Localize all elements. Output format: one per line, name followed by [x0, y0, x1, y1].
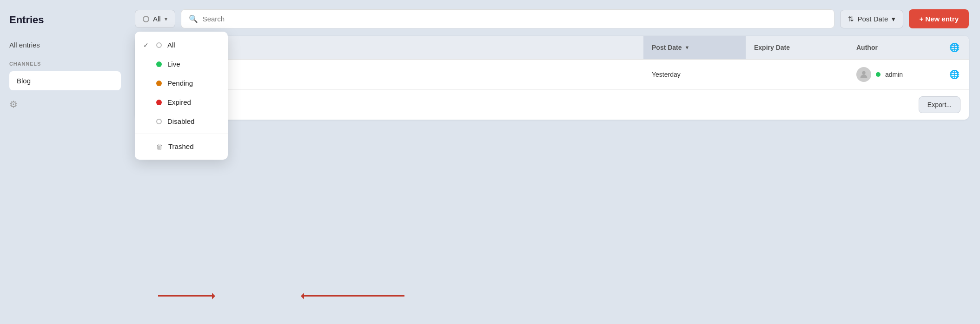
entry-author-cell: admin	[848, 60, 941, 89]
col-header-expiry-date[interactable]: Expiry Date	[746, 36, 848, 59]
sidebar-item-all-entries[interactable]: All entries	[9, 39, 121, 51]
dropdown-item-disabled-label: Disabled	[167, 117, 194, 125]
main-content: All ▾ 🔍 ⇅ Post Date ▾ + New entry ✓ All …	[130, 0, 980, 324]
export-button[interactable]: Export...	[919, 96, 960, 113]
all-circle-icon	[156, 42, 162, 48]
pending-dot-icon	[156, 81, 162, 86]
sidebar-item-blog[interactable]: Blog	[9, 71, 121, 90]
right-arrow	[302, 295, 404, 297]
filter-dropdown: ✓ All Live Pending Expired Disabled 🗑	[135, 32, 228, 160]
entry-globe-cell[interactable]: 🌐	[941, 60, 969, 89]
live-dot-icon	[156, 61, 162, 67]
entry-author: admin	[885, 71, 903, 78]
expiry-date-label: Expiry Date	[754, 44, 790, 51]
filter-button[interactable]: All ▾	[135, 10, 175, 28]
filter-label: All	[153, 15, 161, 23]
gear-icon[interactable]: ⚙	[9, 99, 121, 110]
left-arrow-line	[158, 295, 214, 297]
dropdown-item-live[interactable]: Live	[135, 54, 228, 74]
post-date-label: Post Date	[652, 44, 682, 51]
dropdown-item-pending[interactable]: Pending	[135, 74, 228, 93]
dropdown-divider	[135, 134, 228, 134]
sidebar: Entries All entries CHANNELS Blog ⚙	[0, 0, 130, 324]
globe-header-icon: 🌐	[949, 42, 960, 53]
search-input[interactable]	[203, 15, 827, 23]
dropdown-item-trashed[interactable]: 🗑 Trashed	[135, 137, 228, 156]
sort-label: Post Date	[858, 15, 888, 23]
dropdown-item-all[interactable]: ✓ All	[135, 35, 228, 54]
channels-label: CHANNELS	[9, 61, 121, 67]
expired-dot-icon	[156, 100, 162, 105]
left-arrow	[158, 295, 214, 297]
sort-arrow-icon: ▼	[685, 45, 690, 50]
table-footer: 1 of 1 entry Export...	[135, 90, 969, 120]
avatar	[856, 67, 871, 82]
author-label: Author	[856, 44, 878, 51]
svg-point-0	[862, 71, 865, 74]
dropdown-item-expired-label: Expired	[167, 98, 191, 106]
col-header-globe: 🌐	[941, 36, 969, 59]
dropdown-item-disabled[interactable]: Disabled	[135, 112, 228, 131]
new-entry-button[interactable]: + New entry	[909, 9, 969, 28]
entry-post-date-cell: Yesterday	[643, 60, 746, 89]
filter-circle-icon	[143, 16, 149, 22]
right-arrow-line	[302, 295, 404, 297]
toolbar: All ▾ 🔍 ⇅ Post Date ▾ + New entry	[135, 9, 969, 28]
entry-globe-icon: 🌐	[949, 69, 960, 80]
disabled-circle-icon	[156, 119, 162, 124]
dropdown-item-expired[interactable]: Expired	[135, 93, 228, 112]
entry-post-date: Yesterday	[652, 71, 681, 78]
page-title: Entries	[9, 14, 121, 26]
sort-icon: ⇅	[848, 15, 854, 23]
right-arrow-head	[298, 293, 304, 299]
sort-button[interactable]: ⇅ Post Date ▾	[840, 10, 904, 28]
entry-expiry-date-cell	[746, 60, 848, 89]
entries-table: Post Date ▼ Expiry Date Author 🌐 Post #1…	[135, 36, 969, 120]
dropdown-item-all-label: All	[167, 41, 175, 49]
table-header: Post Date ▼ Expiry Date Author 🌐	[135, 36, 969, 60]
col-header-author[interactable]: Author	[848, 36, 941, 59]
dropdown-item-pending-label: Pending	[167, 79, 193, 87]
author-status-dot	[876, 72, 881, 77]
col-header-post-date[interactable]: Post Date ▼	[643, 36, 746, 59]
sort-chevron-icon: ▾	[892, 15, 895, 23]
search-icon: 🔍	[189, 14, 198, 23]
table-row: Post #1 Yesterday admin 🌐	[135, 60, 969, 90]
search-box: 🔍	[181, 9, 834, 28]
dropdown-item-live-label: Live	[167, 60, 180, 68]
trash-icon: 🗑	[156, 143, 163, 150]
left-arrow-head	[212, 293, 219, 299]
checkmark-icon: ✓	[143, 41, 151, 49]
dropdown-item-trashed-label: Trashed	[168, 142, 193, 150]
chevron-down-icon: ▾	[165, 16, 167, 22]
